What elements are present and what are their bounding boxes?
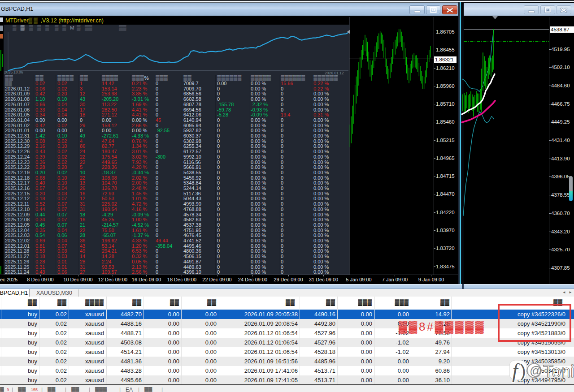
svg-text:Toni: Toni (543, 362, 574, 381)
svg-text:): ) (520, 362, 526, 380)
svg-text:@: @ (530, 364, 542, 378)
